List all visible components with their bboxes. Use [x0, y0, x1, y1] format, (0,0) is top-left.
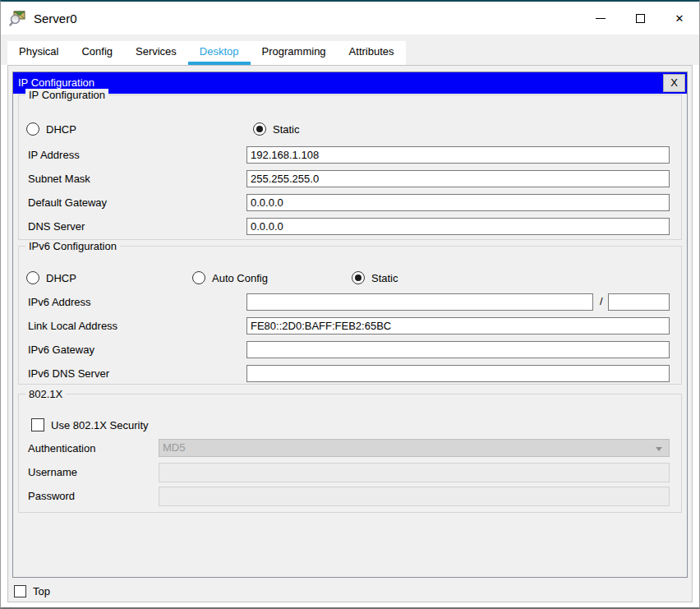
radio-icon — [192, 271, 205, 284]
dns-server-label: DNS Server — [28, 220, 85, 233]
window-controls: ✕ — [581, 2, 699, 35]
minimize-button[interactable] — [581, 2, 620, 35]
ip-address-input[interactable] — [246, 146, 670, 164]
window-titlebar[interactable]: Server0 ✕ — [1, 2, 699, 35]
ipv6-dhcp-radio-label: DHCP — [46, 272, 76, 284]
use-dot1x-security-label: Use 802.1X Security — [51, 419, 149, 431]
tab-desktop[interactable]: Desktop — [188, 41, 251, 65]
username-input[interactable] — [159, 463, 670, 482]
ipv6-gateway-input[interactable] — [246, 341, 670, 358]
ipv6-prefix-separator: / — [600, 295, 603, 307]
tab-attributes[interactable]: Attributes — [338, 41, 406, 65]
minimize-icon — [596, 18, 606, 19]
username-label: Username — [28, 466, 77, 478]
ipv6-gateway-label: IPv6 Gateway — [28, 344, 94, 356]
ipv6-dhcp-radio[interactable]: DHCP — [26, 271, 76, 284]
ipv6-address-label: IPv6 Address — [28, 296, 91, 308]
checkbox-icon — [31, 418, 44, 431]
default-gateway-input[interactable] — [246, 194, 670, 211]
subnet-mask-input[interactable] — [246, 170, 670, 187]
ip-configuration-group: IP Configuration DHCP Static IP Address … — [18, 95, 682, 240]
default-gateway-label: Default Gateway — [28, 196, 107, 209]
authentication-label: Authentication — [28, 442, 95, 454]
ipv6-autoconfig-radio[interactable]: Auto Config — [192, 271, 268, 284]
ipv4-dhcp-radio-label: DHCP — [46, 123, 76, 136]
use-dot1x-security-checkbox[interactable]: Use 802.1X Security — [31, 418, 149, 431]
authentication-value: MD5 — [163, 441, 185, 454]
ipv6-prefix-input[interactable] — [608, 293, 670, 311]
close-icon: ✕ — [675, 13, 684, 24]
dialog-close-button[interactable]: X — [663, 74, 685, 92]
dot1x-legend: 802.1X — [25, 388, 66, 400]
tab-physical[interactable]: Physical — [7, 41, 70, 65]
ipv4-static-radio[interactable]: Static — [253, 122, 300, 136]
radio-icon — [26, 122, 39, 136]
radio-selected-icon — [253, 122, 266, 136]
dot1x-group: 802.1X Use 802.1X Security Authenticatio… — [18, 394, 682, 513]
link-local-address-label: Link Local Address — [28, 320, 117, 332]
tab-services[interactable]: Services — [124, 41, 188, 65]
radio-selected-icon — [352, 271, 365, 284]
tab-bar: Physical Config Services Desktop Program… — [1, 35, 699, 65]
ipv4-dhcp-radio[interactable]: DHCP — [26, 122, 76, 136]
password-input[interactable] — [159, 487, 670, 506]
ipv6-autoconfig-radio-label: Auto Config — [212, 272, 268, 284]
ipv6-dns-server-input[interactable] — [246, 365, 670, 382]
ipv6-configuration-group: IPv6 Configuration DHCP Auto Config Stat… — [18, 246, 682, 385]
ipv6-address-input[interactable] — [246, 293, 593, 311]
radio-icon — [26, 271, 39, 284]
desktop-tab-page: IP Configuration X IP Configuration DHCP… — [7, 65, 693, 602]
ipv6-dns-server-label: IPv6 DNS Server — [28, 367, 109, 380]
dialog-titlebar[interactable]: IP Configuration X — [13, 72, 687, 94]
link-local-address-input[interactable] — [246, 317, 670, 334]
window-title: Server0 — [34, 12, 77, 25]
ip-configuration-legend: IP Configuration — [25, 89, 108, 101]
subnet-mask-label: Subnet Mask — [28, 173, 90, 185]
password-label: Password — [28, 490, 75, 502]
authentication-select[interactable]: MD5 — [159, 439, 670, 457]
top-checkbox[interactable] — [14, 585, 26, 597]
top-checkbox-label: Top — [33, 585, 50, 597]
ipv6-static-radio-label: Static — [371, 272, 398, 284]
chevron-down-icon — [656, 447, 662, 451]
server-window: Server0 ✕ Physical Config Services Deskt… — [0, 0, 700, 609]
tab-programming[interactable]: Programming — [251, 41, 338, 65]
maximize-icon — [636, 14, 645, 23]
packet-tracer-device-icon — [9, 9, 27, 27]
dialog-title: IP Configuration — [18, 76, 94, 89]
ip-address-label: IP Address — [28, 149, 80, 161]
ipv6-static-radio[interactable]: Static — [352, 271, 398, 284]
ip-configuration-dialog: IP Configuration X IP Configuration DHCP… — [12, 72, 688, 578]
dns-server-input[interactable] — [246, 218, 670, 235]
close-button[interactable]: ✕ — [660, 2, 699, 35]
top-checkbox-row[interactable]: Top — [14, 585, 50, 597]
maximize-button[interactable] — [620, 2, 660, 35]
ipv6-configuration-legend: IPv6 Configuration — [25, 240, 120, 252]
ipv4-static-radio-label: Static — [273, 123, 300, 136]
tab-config[interactable]: Config — [70, 41, 124, 65]
